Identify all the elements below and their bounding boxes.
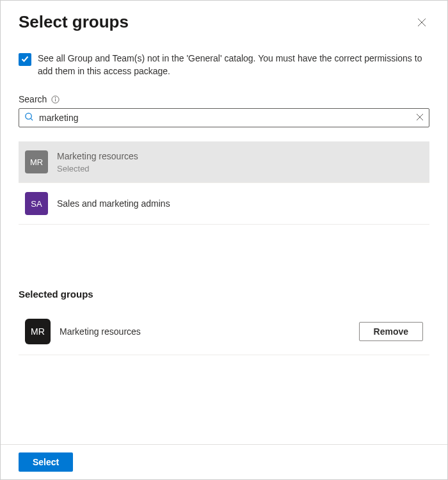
search-input[interactable] (39, 113, 411, 123)
group-subtitle: Selected (57, 164, 138, 173)
selected-groups-heading: Selected groups (19, 289, 429, 300)
page-title: Select groups (19, 12, 129, 32)
svg-line-6 (31, 119, 33, 121)
panel-header: Select groups (19, 12, 429, 32)
group-result-row[interactable]: MR Marketing resources Selected (19, 141, 429, 183)
see-all-checkbox[interactable] (19, 53, 31, 66)
close-icon (417, 17, 427, 28)
search-box[interactable] (19, 108, 429, 127)
selected-group-name: Marketing resources (60, 326, 350, 337)
info-icon[interactable] (51, 95, 60, 104)
group-name: Sales and marketing admins (57, 198, 170, 209)
select-groups-panel: Select groups See all Group and Team(s) … (0, 0, 448, 480)
see-all-checkbox-row: See all Group and Team(s) not in the 'Ge… (19, 52, 429, 77)
panel-body: Select groups See all Group and Team(s) … (1, 1, 447, 444)
panel-footer: Select (1, 444, 447, 479)
svg-point-5 (26, 113, 31, 119)
checkmark-icon (20, 54, 29, 65)
see-all-checkbox-label: See all Group and Team(s) not in the 'Ge… (38, 52, 429, 77)
group-result-text: Marketing resources Selected (57, 151, 138, 173)
svg-point-4 (55, 97, 56, 98)
group-avatar: SA (25, 192, 48, 215)
group-result-text: Sales and marketing admins (57, 198, 170, 209)
group-avatar: MR (25, 319, 51, 344)
select-button[interactable]: Select (19, 452, 73, 472)
group-result-row[interactable]: SA Sales and marketing admins (19, 183, 429, 225)
search-icon (24, 112, 34, 124)
search-label: Search (19, 94, 47, 104)
group-name: Marketing resources (57, 151, 138, 161)
close-button[interactable] (414, 15, 429, 30)
search-label-row: Search (19, 94, 429, 104)
selected-group-row: MR Marketing resources Remove (19, 311, 429, 355)
remove-button[interactable]: Remove (359, 322, 423, 341)
clear-search-icon[interactable] (416, 113, 424, 123)
group-avatar: MR (25, 150, 48, 173)
